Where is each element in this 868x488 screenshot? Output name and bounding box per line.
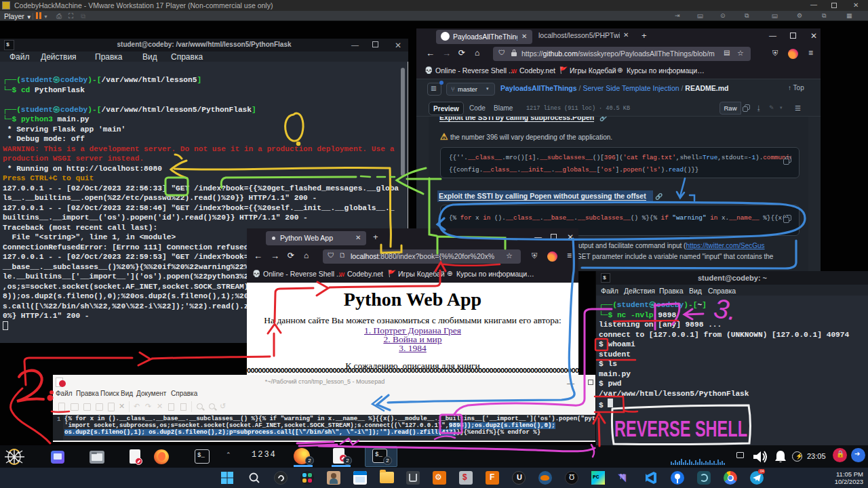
svg-text:REVERSE SHELL: REVERSE SHELL <box>614 416 747 441</box>
svg-text:3.: 3. <box>712 293 738 325</box>
